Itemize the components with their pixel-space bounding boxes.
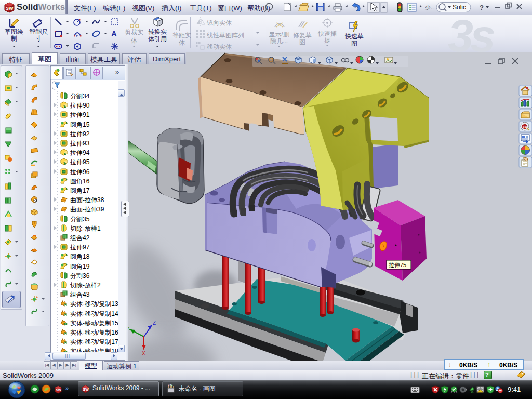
svg-text:SW: SW [56,388,62,392]
svg-text:»: » [65,385,69,391]
svg-text:A: A [111,29,117,37]
svg-text:拉伸75: 拉伸75 [389,262,406,268]
svg-text:SW: SW [6,6,14,11]
svg-text:Z: Z [153,320,156,326]
svg-text:SW: SW [83,388,89,391]
svg-text:X: X [142,351,145,356]
svg-text:少..: 少.. [425,4,434,10]
svg-text:SW: SW [523,125,528,128]
